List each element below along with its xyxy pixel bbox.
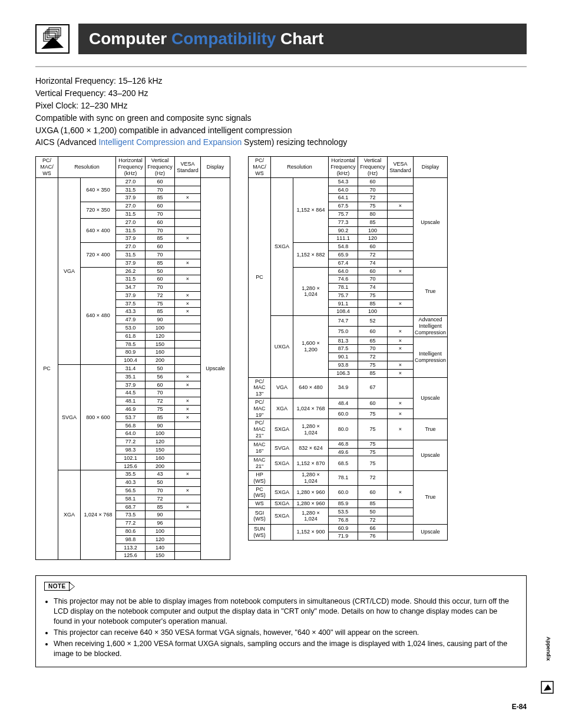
table-row: PCSXGA1,152 × 86454.360Upscale <box>249 177 448 186</box>
side-tab-label: Appendix <box>546 637 551 661</box>
note-bullet: When receiving 1,600 × 1,200 VESA format… <box>54 639 518 659</box>
intro-line: Compatible with sync on green and compos… <box>35 113 527 124</box>
table-row: PC/MAC 21"SXGA1,280 × 1,02480.075×True <box>249 419 448 440</box>
note-bullet: This projector may not be able to displa… <box>54 597 518 627</box>
table-row: MAC16"SVGA832 × 62446.875Upscale <box>249 440 448 448</box>
table-row: HP(WS)1,280 × 1,02478.172True <box>249 471 448 486</box>
note-bullet: This projector can receive 640 × 350 VES… <box>54 628 518 638</box>
table-header: HorizontalFrequency(kHz) <box>116 157 146 177</box>
intro-line: Vertical Frequency: 43–200 Hz <box>35 88 527 99</box>
table-header: Display <box>201 157 230 177</box>
compatibility-table-right: PC/MAC/WSResolutionHorizontalFrequency(k… <box>248 156 448 541</box>
table-header: VerticalFrequency(Hz) <box>358 157 388 177</box>
table-row: PCVGA640 × 35027.060Upscale <box>36 177 230 186</box>
compatibility-tables: PC/MAC/WSResolutionHorizontalFrequency(k… <box>35 156 527 560</box>
intro-block: Horizontal Frequency: 15–126 kHz Vertica… <box>35 75 527 148</box>
table-header: PC/MAC/WS <box>249 157 271 177</box>
appendix-icon <box>541 681 554 694</box>
table-header: Resolution <box>58 157 116 177</box>
intro-line: AICS (Advanced Intelligent Compression a… <box>35 137 527 148</box>
note-box: NOTE This projector may not be able to d… <box>35 575 527 667</box>
page-header: Computer Compatibility Chart <box>35 24 527 54</box>
table-header: VESAStandard <box>388 157 414 177</box>
table-header: VESAStandard <box>175 157 201 177</box>
table-header: Resolution <box>271 157 329 177</box>
table-header: HorizontalFrequency(kHz) <box>329 157 358 177</box>
table-header: VerticalFrequency(Hz) <box>146 157 175 177</box>
chart-icon <box>35 24 70 54</box>
table-header: Display <box>414 157 448 177</box>
note-label: NOTE <box>44 582 70 591</box>
table-row: PC/MAC 13"VGA640 × 48034.967Upscale <box>249 377 448 398</box>
table-row: SUN(WS)1,152 × 90060.966Upscale <box>249 524 448 532</box>
intro-line: UXGA (1,600 × 1,200) compatible in advan… <box>35 125 527 136</box>
table-header: PC/MAC/WS <box>36 157 58 177</box>
table-row: UXGA1,600 × 1,20074.752AdvancedIntellige… <box>249 316 448 327</box>
page-number: E-84 <box>35 703 527 711</box>
intro-line: Horizontal Frequency: 15–126 kHz <box>35 75 527 87</box>
page-title: Computer Compatibility Chart <box>78 24 527 54</box>
intro-line: Pixel Clock: 12–230 MHz <box>35 100 527 111</box>
divider <box>35 66 527 67</box>
compatibility-table-left: PC/MAC/WSResolutionHorizontalFrequency(k… <box>35 156 230 560</box>
